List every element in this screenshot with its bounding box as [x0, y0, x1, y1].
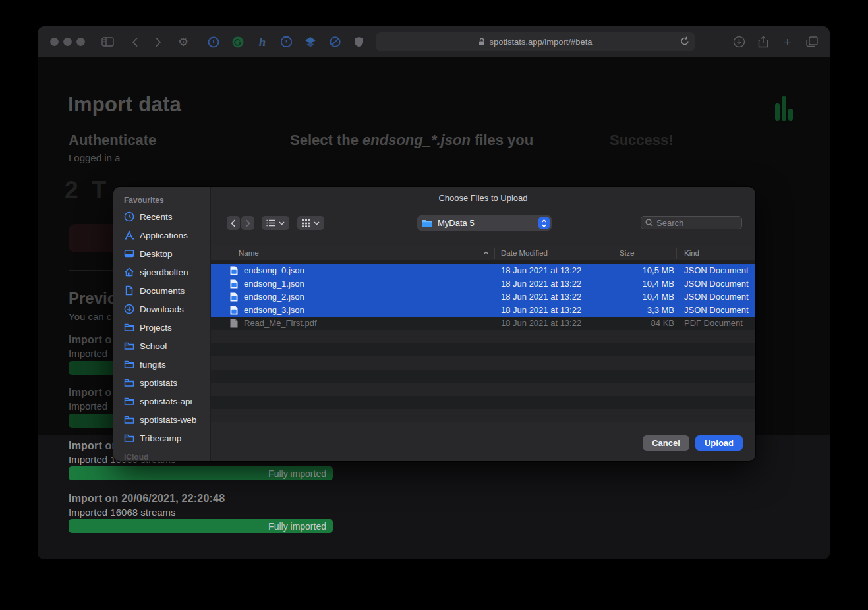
empty-row	[211, 409, 755, 422]
import-entry-subtitle: Imported 16068 streams	[69, 507, 176, 518]
new-tab-icon[interactable]: +	[779, 34, 796, 50]
app-store-icon	[124, 230, 134, 240]
json-file-icon	[230, 292, 238, 302]
folder-icon	[124, 323, 134, 332]
address-bar[interactable]: spotistats.app/import/#beta	[376, 32, 695, 51]
dialog-forward-button[interactable]	[241, 216, 254, 230]
icloud-section-label: iCloud	[124, 453, 148, 461]
search-icon	[645, 219, 653, 227]
import-progress-bar: Fully imported	[69, 519, 333, 533]
sidebar-item-home[interactable]: sjoerdbolten	[119, 264, 207, 280]
shield-icon[interactable]	[350, 34, 367, 50]
dropdown-stepper-icon	[538, 217, 550, 229]
cancel-button[interactable]: Cancel	[643, 435, 689, 451]
sidebar-item-applications[interactable]: Applications	[119, 227, 207, 243]
sidebar-icon[interactable]	[99, 34, 116, 50]
file-list: endsong_0.json18 Jun 2021 at 13:2210,5 M…	[211, 260, 755, 422]
folder-icon	[124, 341, 134, 350]
json-file-icon	[230, 266, 238, 275]
json-file-icon	[230, 306, 238, 315]
layers-icon[interactable]	[302, 34, 319, 50]
folder-icon	[124, 360, 134, 369]
sidebar-item-fungits[interactable]: fungits	[119, 356, 207, 372]
favourites-section-label: Favourites	[124, 196, 164, 205]
sidebar-item-spotistats-api[interactable]: spotistats-api	[119, 393, 207, 409]
empty-row	[211, 330, 755, 343]
browser-window: ⚙ h spotistats.app/import/#beta	[38, 26, 830, 559]
home-icon	[124, 267, 134, 277]
onepassword-icon[interactable]	[205, 34, 222, 50]
import-entry-title: Import on 20/06/2021, 22:20:48	[69, 493, 225, 505]
stop-octagon-icon[interactable]	[277, 34, 295, 50]
dialog-footer: Cancel Upload	[211, 422, 755, 461]
document-icon	[124, 285, 134, 296]
pdf-file-icon	[230, 319, 238, 328]
share-icon[interactable]	[755, 34, 772, 50]
progress-badge: Fully imported	[268, 521, 326, 532]
progress-badge: Fully imported	[268, 468, 326, 479]
grid-view-button[interactable]	[297, 216, 324, 230]
address-text: spotistats.app/import/#beta	[489, 37, 592, 47]
file-row[interactable]: endsong_1.json18 Jun 2021 at 13:2210,4 M…	[211, 277, 755, 291]
json-file-icon	[230, 279, 238, 289]
sidebar-item-downloads[interactable]: Downloads	[119, 301, 207, 317]
sidebar-item-spotistats-web[interactable]: spotistats-web	[119, 412, 207, 428]
sidebar-item-desktop[interactable]: Desktop	[119, 246, 207, 262]
search-field[interactable]	[641, 216, 742, 229]
lock-icon	[478, 38, 485, 46]
search-input[interactable]	[656, 218, 729, 228]
folder-icon	[124, 378, 134, 387]
sidebar-item-school[interactable]: School	[119, 338, 207, 354]
empty-row	[211, 343, 755, 356]
folder-icon	[124, 415, 134, 424]
import-progress-bar: Fully imported	[69, 466, 333, 480]
tabs-icon[interactable]	[803, 34, 821, 50]
column-size[interactable]: Size	[620, 249, 634, 257]
minimize-window-button[interactable]	[63, 38, 72, 46]
dialog-main: Choose Files to Upload MyData 5	[211, 187, 755, 461]
list-view-icon	[266, 219, 275, 227]
sidebar-item-spotistats[interactable]: spotistats	[119, 375, 207, 391]
sidebar-item-projects[interactable]: Projects	[119, 319, 207, 335]
list-view-button[interactable]	[262, 216, 289, 230]
dialog-back-button[interactable]	[227, 216, 240, 230]
settings-gear-icon[interactable]: ⚙	[175, 34, 192, 50]
content-blocker-icon[interactable]	[326, 34, 343, 50]
close-window-button[interactable]	[50, 38, 59, 46]
grammarly-icon[interactable]	[229, 34, 246, 50]
empty-row	[211, 383, 755, 396]
dialog-title: Choose Files to Upload	[211, 193, 755, 203]
folder-icon	[422, 219, 433, 228]
file-row[interactable]: endsong_0.json18 Jun 2021 at 13:2210,5 M…	[211, 264, 755, 277]
list-header: Name Date Modified Size Kind	[211, 246, 755, 260]
reload-icon[interactable]	[680, 36, 689, 48]
chevron-down-icon	[314, 221, 320, 225]
forward-icon[interactable]	[150, 34, 167, 50]
column-date-modified[interactable]: Date Modified	[501, 249, 548, 257]
empty-row	[211, 370, 755, 383]
file-row[interactable]: endsong_3.json18 Jun 2021 at 13:223,3 MB…	[211, 304, 755, 317]
grid-view-icon	[302, 219, 310, 227]
zoom-window-button[interactable]	[76, 38, 85, 46]
sidebar-item-documents[interactable]: Documents	[119, 283, 207, 298]
file-row[interactable]: Read_Me_First.pdf18 Jun 2021 at 13:2284 …	[211, 317, 755, 330]
honey-icon[interactable]: h	[254, 34, 271, 50]
browser-toolbar: ⚙ h spotistats.app/import/#beta	[38, 26, 830, 57]
file-chooser-dialog: Favourites Recents Applications Desktop …	[113, 187, 755, 461]
upload-button[interactable]: Upload	[695, 435, 743, 451]
column-kind[interactable]: Kind	[684, 249, 699, 257]
clock-icon	[124, 211, 134, 222]
dialog-sidebar: Favourites Recents Applications Desktop …	[113, 187, 211, 461]
sidebar-item-recents[interactable]: Recents	[119, 209, 207, 225]
download-circle-icon	[124, 304, 134, 314]
empty-row	[211, 396, 755, 409]
download-icon[interactable]	[730, 34, 747, 50]
empty-row	[211, 356, 755, 370]
back-icon[interactable]	[127, 34, 144, 50]
sort-ascending-icon	[483, 251, 489, 255]
location-dropdown[interactable]: MyData 5	[417, 215, 552, 231]
file-row[interactable]: endsong_2.json18 Jun 2021 at 13:2210,4 M…	[211, 291, 755, 304]
column-name[interactable]: Name	[239, 249, 259, 257]
sidebar-item-tribecamp[interactable]: Tribecamp	[119, 430, 207, 446]
chevron-down-icon	[279, 221, 285, 225]
